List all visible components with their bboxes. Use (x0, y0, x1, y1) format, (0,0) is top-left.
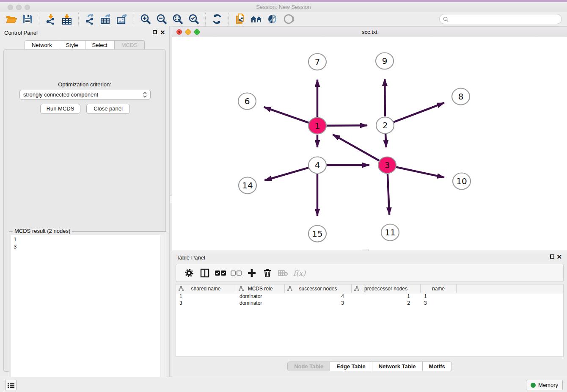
close-panel-icon[interactable]: ✕ (160, 29, 165, 36)
table-cell: 3 (421, 300, 457, 307)
graph-node-label: 7 (315, 57, 320, 67)
mcds-result-scrollbar[interactable] (160, 235, 164, 389)
window-title: Session: New Session (0, 4, 567, 10)
zoom-selected-icon[interactable] (186, 13, 202, 25)
table-cell: 2 (352, 300, 421, 307)
tab-select[interactable]: Select (85, 40, 115, 50)
clone-network-icon[interactable] (232, 13, 248, 25)
network-browser-icon[interactable] (248, 13, 264, 25)
network-view-window: x − + scc.txt 1234678910111415 (172, 26, 567, 251)
graph-edge[interactable] (333, 135, 380, 161)
main-toolbar (0, 12, 567, 26)
tab-mcds[interactable]: MCDS (115, 40, 145, 50)
save-icon[interactable] (19, 13, 36, 25)
graph-node-label: 3 (385, 160, 390, 170)
zoom-in-icon[interactable] (138, 13, 154, 25)
show-column-icon[interactable] (197, 266, 212, 280)
settings-gear-icon[interactable] (181, 266, 197, 280)
tab-node-table[interactable]: Node Table (287, 362, 330, 371)
graph-node-label: 8 (458, 91, 464, 102)
search-input[interactable] (451, 16, 558, 22)
table-close-icon[interactable]: ✕ (556, 253, 562, 261)
table-panel: Table Panel ✕ f(x) (172, 251, 567, 377)
column-header-mcds-role[interactable]: MCDS role (236, 284, 285, 293)
graph-node-label: 6 (245, 96, 250, 106)
delete-column-icon[interactable] (259, 266, 275, 280)
memory-button[interactable]: Memory (526, 380, 563, 390)
attribute-icon (287, 286, 292, 291)
column-header-predecessor-nodes[interactable]: predecessor nodes (352, 284, 421, 293)
export-network-icon[interactable] (82, 13, 98, 25)
graph-edge[interactable] (396, 167, 444, 177)
tab-style[interactable]: Style (59, 40, 85, 50)
preview-icon[interactable] (281, 13, 297, 25)
add-column-icon[interactable] (244, 266, 259, 280)
table-row[interactable]: 1dominator411 (176, 293, 563, 300)
refresh-icon[interactable] (209, 13, 225, 25)
attribute-icon (239, 286, 244, 291)
search-icon (443, 17, 449, 22)
tab-edge-table[interactable]: Edge Table (330, 362, 372, 371)
table-cell: 1 (352, 293, 421, 300)
graph-edge[interactable] (264, 107, 309, 123)
close-panel-button[interactable]: Close panel (86, 104, 130, 114)
graph-node-label: 9 (382, 56, 388, 66)
graph-node-label: 10 (456, 176, 467, 186)
network-graph-canvas[interactable]: 1234678910111415 (172, 37, 567, 251)
mcds-result-box: MCDS result (2 nodes) 1 3 (9, 231, 166, 391)
import-network-icon[interactable] (43, 13, 59, 25)
export-table-icon[interactable] (98, 13, 114, 25)
import-table-icon[interactable] (59, 13, 75, 25)
mcds-result-title: MCDS result (2 nodes) (13, 228, 72, 234)
criterion-dropdown[interactable]: strongly connected component (19, 90, 151, 99)
optimization-criterion-label: Optimization criterion: (4, 81, 165, 88)
node-table: shared name MCDS role successor nodes pr… (176, 284, 564, 357)
table-float-icon[interactable] (550, 254, 554, 259)
table-cell: 4 (285, 293, 352, 300)
select-all-icon[interactable] (212, 266, 228, 280)
graph-node-label: 11 (385, 227, 395, 237)
function-builder-icon[interactable]: f(x) (293, 269, 306, 277)
graph-edge[interactable] (388, 174, 389, 215)
zoom-out-icon[interactable] (154, 13, 170, 25)
tab-network-table[interactable]: Network Table (372, 362, 423, 371)
task-list-icon (8, 382, 14, 388)
table-header-row: shared name MCDS role successor nodes pr… (176, 284, 563, 293)
search-field[interactable] (439, 14, 562, 24)
table-cell: dominator (236, 300, 285, 307)
graph-edge[interactable] (326, 125, 367, 126)
memory-label: Memory (538, 382, 558, 388)
mcds-panel: Optimization criterion: strongly connect… (3, 49, 166, 372)
table-row[interactable]: 3dominator323 (176, 300, 563, 307)
console-button[interactable] (5, 380, 17, 390)
divider-grip[interactable] (169, 196, 172, 203)
graph-edge[interactable] (264, 168, 309, 180)
graph-node-label: 2 (383, 120, 388, 130)
table-panel-title: Table Panel (176, 254, 205, 261)
criterion-value: strongly connected component (23, 91, 143, 98)
float-panel-icon[interactable] (153, 30, 157, 34)
graph-edge[interactable] (385, 134, 386, 147)
network-window-title: scc.txt (172, 29, 567, 35)
column-header-successor-nodes[interactable]: successor nodes (285, 284, 352, 293)
memory-status-icon (531, 383, 536, 388)
delete-table-icon[interactable] (275, 266, 291, 280)
control-panel-title: Control Panel (4, 30, 38, 36)
graph-node-label: 15 (312, 229, 322, 239)
graph-edge[interactable] (385, 79, 385, 116)
export-image-icon[interactable] (114, 13, 130, 25)
tab-motifs[interactable]: Motifs (423, 362, 452, 371)
hide-panel-icon[interactable] (264, 13, 281, 25)
column-header-name[interactable]: name (421, 284, 457, 293)
network-window-titlebar[interactable]: x − + scc.txt (172, 26, 567, 37)
open-folder-icon[interactable] (3, 13, 19, 25)
column-header-shared-name[interactable]: shared name (176, 284, 236, 293)
graph-edge[interactable] (394, 103, 444, 122)
mcds-result-text[interactable]: 1 3 (11, 235, 160, 389)
table-toolbar: f(x) (176, 264, 564, 282)
run-mcds-button[interactable]: Run MCDS (40, 104, 80, 114)
zoom-fit-icon[interactable] (170, 13, 186, 25)
split-divider-vertical[interactable] (169, 26, 172, 377)
tab-network[interactable]: Network (25, 40, 59, 50)
deselect-all-icon[interactable] (228, 266, 244, 280)
